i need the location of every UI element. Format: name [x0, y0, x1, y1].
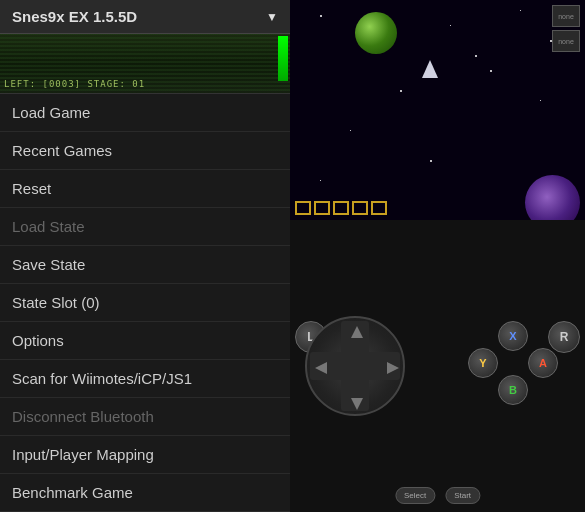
stars-background: none none — [290, 0, 585, 220]
svg-marker-0 — [351, 326, 363, 338]
planet-green — [355, 12, 397, 54]
menu-item-options[interactable]: Options — [0, 322, 290, 360]
hud-bar — [295, 201, 387, 215]
side-ui: none none — [552, 5, 580, 52]
menu-item-recent-games[interactable]: Recent Games — [0, 132, 290, 170]
star — [520, 10, 521, 11]
controller-area: L X Y — [290, 220, 585, 512]
star — [320, 180, 321, 181]
ui-block-1: none — [552, 5, 580, 27]
right-panel: none none L — [290, 0, 585, 512]
menu-item-input-player-mapping[interactable]: Input/Player Mapping — [0, 436, 290, 474]
dpad-arrows-svg — [307, 318, 407, 418]
menu-item-load-state[interactable]: Load State — [0, 208, 290, 246]
menu-item-save-state[interactable]: Save State — [0, 246, 290, 284]
star — [490, 70, 492, 72]
dpad-container[interactable] — [305, 316, 405, 416]
health-bar — [278, 36, 288, 81]
planet-purple — [525, 175, 580, 220]
hud-square-5 — [371, 201, 387, 215]
r-button[interactable]: R — [548, 321, 580, 353]
b-button[interactable]: B — [498, 375, 528, 405]
menu-item-benchmark-game[interactable]: Benchmark Game — [0, 474, 290, 512]
hud-square-1 — [295, 201, 311, 215]
spaceship — [420, 60, 440, 80]
star — [320, 15, 322, 17]
menu-item-state-slot[interactable]: State Slot (0) — [0, 284, 290, 322]
game-screen: none none — [290, 0, 585, 220]
game-status-text: LEFT: [0003] STAGE: 01 — [4, 79, 145, 89]
svg-marker-3 — [387, 362, 399, 374]
start-button[interactable]: Start — [445, 487, 480, 504]
menu-item-scan-wiimotes[interactable]: Scan for Wiimotes/iCP/JS1 — [0, 360, 290, 398]
hud-square-2 — [314, 201, 330, 215]
select-button[interactable]: Select — [395, 487, 435, 504]
title-bar: Snes9x EX 1.5.5D ▼ — [0, 0, 290, 34]
bottom-buttons: Select Start — [395, 487, 480, 504]
hud-square-4 — [352, 201, 368, 215]
game-preview: LEFT: [0003] STAGE: 01 — [0, 34, 290, 94]
menu-list: Load Game Recent Games Reset Load State … — [0, 94, 290, 512]
star — [540, 100, 541, 101]
game-scanlines: LEFT: [0003] STAGE: 01 — [0, 34, 290, 93]
star — [450, 25, 451, 26]
y-button[interactable]: Y — [468, 348, 498, 378]
star — [430, 160, 432, 162]
app-title: Snes9x EX 1.5.5D — [12, 8, 137, 25]
star — [350, 130, 351, 131]
hud-square-3 — [333, 201, 349, 215]
star — [475, 55, 477, 57]
menu-item-load-game[interactable]: Load Game — [0, 94, 290, 132]
spaceship-body — [422, 60, 438, 78]
ui-block-2: none — [552, 30, 580, 52]
svg-marker-1 — [351, 398, 363, 410]
dpad-circle[interactable] — [305, 316, 405, 416]
svg-marker-2 — [315, 362, 327, 374]
menu-item-reset[interactable]: Reset — [0, 170, 290, 208]
menu-item-disconnect-bluetooth[interactable]: Disconnect Bluetooth — [0, 398, 290, 436]
star — [400, 90, 402, 92]
x-button[interactable]: X — [498, 321, 528, 351]
left-panel: Snes9x EX 1.5.5D ▼ LEFT: [0003] STAGE: 0… — [0, 0, 290, 512]
dropdown-icon[interactable]: ▼ — [266, 10, 278, 24]
a-button[interactable]: A — [528, 348, 558, 378]
